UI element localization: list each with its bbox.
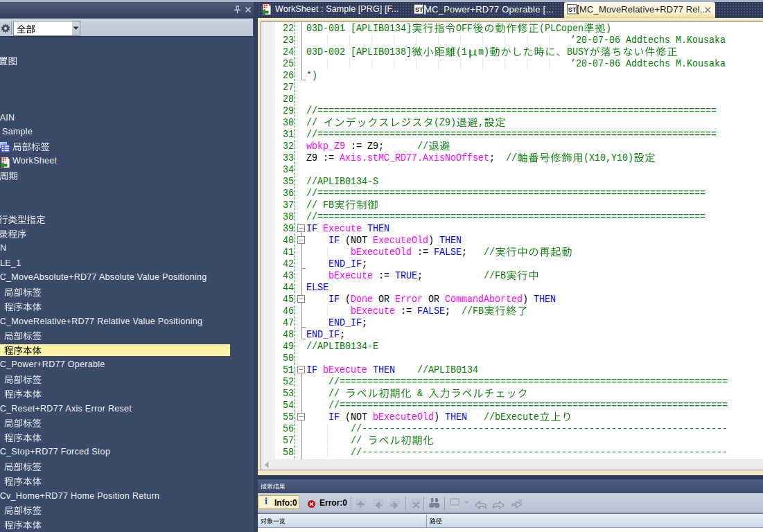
svg-text:ST: ST [415,6,423,13]
svg-text:ST: ST [568,6,577,13]
